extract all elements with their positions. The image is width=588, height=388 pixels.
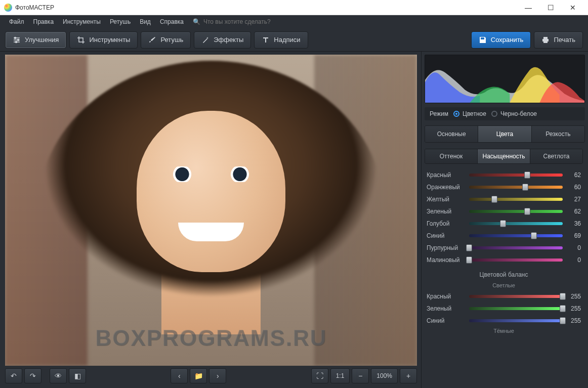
slider-thumb[interactable] bbox=[531, 232, 537, 239]
radio-bw[interactable]: Черно-белое bbox=[491, 110, 537, 117]
slider-label: Голубой bbox=[427, 220, 466, 227]
print-button[interactable]: Печать bbox=[534, 31, 583, 49]
slider-thumb[interactable] bbox=[560, 305, 566, 312]
minimize-button[interactable]: — bbox=[517, 1, 539, 15]
slider-track[interactable] bbox=[469, 210, 563, 213]
slider-thumb[interactable] bbox=[560, 317, 566, 324]
histogram[interactable] bbox=[425, 55, 585, 103]
menu-tools[interactable]: Инструменты bbox=[59, 16, 105, 27]
slider-thumb[interactable] bbox=[466, 244, 472, 251]
save-icon bbox=[479, 36, 487, 44]
slider-value: 255 bbox=[566, 317, 581, 324]
subtab-hue[interactable]: Оттенок bbox=[425, 149, 478, 163]
zoom-in-button[interactable]: + bbox=[400, 368, 417, 383]
wand-icon bbox=[201, 36, 209, 44]
slider-value: 255 bbox=[566, 305, 581, 312]
slider-track[interactable] bbox=[469, 307, 563, 310]
slider-row: Зеленый 62 bbox=[425, 205, 583, 218]
maximize-button[interactable]: ☐ bbox=[539, 1, 562, 15]
subtab-saturation[interactable]: Насыщенность bbox=[478, 149, 530, 163]
print-icon bbox=[541, 36, 550, 44]
tab-tools[interactable]: Инструменты bbox=[69, 31, 138, 49]
tab-effects-label: Эффекты bbox=[214, 36, 243, 44]
app-logo-icon bbox=[4, 4, 12, 12]
mode-selector: Режим Цветное Черно-белое bbox=[425, 107, 585, 120]
subtab-luminance[interactable]: Светлота bbox=[530, 149, 582, 163]
slider-row: Оранжевый 60 bbox=[425, 181, 583, 193]
tab-retouch[interactable]: Ретушь bbox=[141, 31, 191, 49]
tab-enhance[interactable]: Улучшения bbox=[5, 31, 66, 49]
slider-label: Желтый bbox=[427, 196, 466, 203]
tab-effects[interactable]: Эффекты bbox=[194, 31, 251, 49]
split-view-button[interactable]: ◧ bbox=[69, 368, 86, 383]
menu-edit[interactable]: Правка bbox=[29, 16, 58, 27]
browse-button[interactable]: 📁 bbox=[190, 368, 207, 383]
sliders-icon bbox=[13, 36, 21, 44]
slider-label: Синий bbox=[427, 317, 466, 324]
main-toolbar: Улучшения Инструменты Ретушь Эффекты Над… bbox=[0, 28, 588, 52]
search-icon: 🔍 bbox=[193, 18, 200, 25]
slider-track[interactable] bbox=[469, 174, 563, 177]
next-image-button[interactable]: › bbox=[209, 368, 226, 383]
slider-track[interactable] bbox=[469, 295, 563, 298]
menu-help[interactable]: Справка bbox=[156, 16, 188, 27]
save-button[interactable]: Сохранить bbox=[471, 31, 531, 49]
slider-thumb[interactable] bbox=[500, 220, 506, 227]
slider-track[interactable] bbox=[469, 246, 563, 249]
image-canvas[interactable]: BOXPROGRAMS.RU bbox=[5, 55, 417, 366]
slider-value: 0 bbox=[566, 256, 581, 264]
slider-track[interactable] bbox=[469, 234, 563, 237]
tab-sharp[interactable]: Резкость bbox=[532, 126, 584, 142]
slider-thumb[interactable] bbox=[524, 171, 530, 179]
mode-label: Режим bbox=[430, 110, 448, 117]
svg-point-3 bbox=[15, 37, 16, 38]
slider-value: 62 bbox=[566, 171, 581, 179]
undo-button[interactable]: ↶ bbox=[5, 368, 22, 383]
tab-colors[interactable]: Цвета bbox=[478, 126, 531, 142]
balance-light-label: Светлые bbox=[425, 281, 583, 290]
side-panel: Режим Цветное Черно-белое Основные Цвета… bbox=[421, 52, 588, 388]
menu-view[interactable]: Вид bbox=[136, 16, 155, 27]
tab-retouch-label: Ретушь bbox=[160, 36, 183, 44]
slider-track[interactable] bbox=[469, 198, 563, 201]
menu-retouch[interactable]: Ретушь bbox=[106, 16, 135, 27]
slider-row: Малиновый 0 bbox=[425, 254, 583, 266]
fit-screen-button[interactable]: ⛶ bbox=[311, 368, 328, 383]
slider-thumb[interactable] bbox=[560, 293, 566, 300]
save-label: Сохранить bbox=[491, 36, 524, 44]
slider-value: 60 bbox=[566, 184, 581, 191]
redo-button[interactable]: ↷ bbox=[24, 368, 41, 383]
hsl-subtabs: Оттенок Насыщенность Светлота bbox=[425, 149, 583, 164]
close-button[interactable]: ✕ bbox=[562, 1, 584, 15]
brush-icon bbox=[148, 36, 156, 44]
svg-point-4 bbox=[18, 39, 19, 40]
slider-track[interactable] bbox=[469, 319, 563, 322]
window-title: ФотоМАСТЕР bbox=[15, 4, 517, 11]
window-titlebar: ФотоМАСТЕР — ☐ ✕ bbox=[0, 0, 588, 15]
svg-rect-6 bbox=[543, 37, 548, 39]
radio-color[interactable]: Цветное bbox=[453, 110, 486, 117]
tab-basic[interactable]: Основные bbox=[425, 126, 478, 142]
slider-track[interactable] bbox=[469, 186, 563, 189]
tab-enhance-label: Улучшения bbox=[25, 36, 59, 44]
slider-value: 36 bbox=[566, 220, 581, 227]
slider-label: Синий bbox=[427, 232, 466, 239]
zoom-ratio-button[interactable]: 1:1 bbox=[330, 368, 350, 383]
slider-thumb[interactable] bbox=[491, 196, 497, 203]
slider-thumb[interactable] bbox=[524, 208, 530, 215]
slider-thumb[interactable] bbox=[466, 256, 472, 264]
zoom-out-button[interactable]: − bbox=[352, 368, 369, 383]
slider-track[interactable] bbox=[469, 258, 563, 262]
balance-dark-label: Тёмные bbox=[425, 327, 583, 336]
slider-row: Красный 62 bbox=[425, 169, 583, 181]
balance-title: Цветовой баланс bbox=[425, 266, 583, 281]
menu-file[interactable]: Файл bbox=[5, 16, 28, 27]
tab-text[interactable]: Надписи bbox=[254, 31, 308, 49]
slider-value: 69 bbox=[566, 232, 581, 239]
slider-track[interactable] bbox=[469, 222, 563, 225]
slider-thumb[interactable] bbox=[522, 184, 528, 191]
zoom-value[interactable]: 100% bbox=[371, 368, 398, 383]
search-input[interactable] bbox=[203, 18, 305, 25]
prev-image-button[interactable]: ‹ bbox=[171, 368, 188, 383]
compare-toggle-button[interactable]: 👁 bbox=[50, 368, 67, 383]
